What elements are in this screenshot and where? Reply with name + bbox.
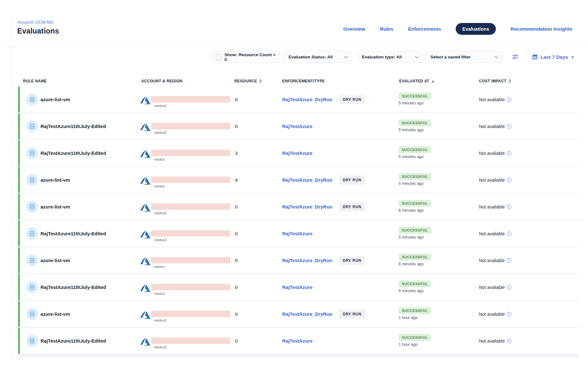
azure-icon — [140, 283, 151, 293]
cost-impact: Not available ⓘ — [479, 151, 511, 156]
dry-run-badge: DRY RUN — [339, 310, 365, 319]
info-icon[interactable]: ⓘ — [507, 178, 511, 182]
info-icon[interactable]: ⓘ — [507, 258, 511, 263]
enforcement-link[interactable]: RajTestAzure — [282, 140, 312, 166]
enforcement-link[interactable]: RajTestAzure_DryRun — [282, 247, 332, 273]
table-row[interactable]: RajTestAzure11thJuly-Edited eastus 3 Raj… — [18, 140, 579, 166]
row-status-accent-bar — [18, 221, 20, 246]
tab-enforcements[interactable]: Enforcements — [408, 26, 441, 32]
rule-name: RajTestAzure11thJuly-Edited — [40, 274, 106, 300]
breadcrumb[interactable]: Account: CCM-NG — [18, 20, 53, 25]
sort-icon[interactable] — [509, 79, 511, 83]
enforcement-link[interactable]: RajTestAzure — [282, 328, 312, 354]
rule-name: RajTestAzure11thJuly-Edited — [40, 113, 106, 139]
region-label: eastus2 — [154, 131, 167, 134]
enforcement-link[interactable]: RajTestAzure — [282, 274, 312, 300]
resource-count: 0 — [235, 247, 238, 273]
azure-icon — [140, 122, 151, 132]
status-badge: SUCCESSFUL — [399, 93, 431, 100]
redacted-account-name — [151, 123, 230, 129]
rule-code-icon — [26, 201, 38, 213]
chevron-down-icon — [495, 56, 498, 58]
sort-icon[interactable] — [259, 79, 262, 83]
enforcement-link[interactable]: RajTestAzure_DryRun — [282, 167, 332, 193]
table-row[interactable]: azure-list-vm eastus2 0 RajTestAzure_Dry… — [18, 301, 579, 327]
region-label: eastus — [154, 292, 165, 295]
saved-filter-select[interactable]: Select a saved filter — [426, 51, 503, 63]
evaluated-time: 5 minutes ago — [399, 235, 424, 239]
rule-code-icon — [26, 228, 38, 239]
redacted-account-name — [151, 337, 230, 344]
info-icon[interactable]: ⓘ — [507, 151, 511, 155]
table-row[interactable]: RajTestAzure11thJuly-Edited eastus2 0 Ra… — [18, 113, 579, 139]
cost-impact: Not available ⓘ — [479, 338, 511, 344]
info-icon[interactable]: ⓘ — [507, 285, 511, 290]
content-left-border — [11, 13, 11, 361]
resource-count-checkbox[interactable] — [216, 54, 222, 60]
cost-impact-text: Not available — [479, 204, 505, 209]
date-range-picker[interactable]: Last 7 Days ▾ — [532, 51, 573, 63]
status-badge: SUCCESSFUL — [399, 227, 431, 234]
chevron-down-icon — [344, 56, 348, 58]
page-title: Evaluations — [17, 27, 59, 35]
rule-name: azure-list-vm — [40, 87, 70, 112]
sort-asc-icon[interactable] — [431, 80, 434, 82]
col-header-cost-impact[interactable]: COST IMPACT — [479, 79, 511, 83]
status-badge: SUCCESSFUL — [399, 119, 431, 126]
info-icon[interactable]: ⓘ — [507, 97, 511, 102]
evaluated-time: 6 minutes ago — [399, 289, 424, 293]
azure-icon — [140, 95, 151, 105]
tab-overview[interactable]: Overview — [343, 26, 365, 32]
azure-icon — [140, 149, 151, 159]
azure-icon — [140, 229, 151, 239]
enforcement-link[interactable]: RajTestAzure_DryRun — [282, 194, 332, 220]
filter-panel-button[interactable] — [510, 52, 520, 62]
table-row[interactable]: azure-list-vm eastus 0 RajTestAzure_DryR… — [18, 247, 579, 273]
resource-count: 0 — [235, 221, 238, 246]
info-icon[interactable]: ⓘ — [507, 124, 511, 129]
tab-evaluations-active[interactable]: Evaluations — [456, 23, 496, 35]
col-header-evaluated-at[interactable]: EVALUATED AT — [399, 79, 434, 83]
enforcement-link[interactable]: RajTestAzure — [282, 221, 312, 246]
table-row[interactable]: azure-list-vm eastus2 0 RajTestAzure_Dry… — [18, 87, 579, 112]
cost-impact: Not available ⓘ — [479, 231, 511, 236]
rule-name: RajTestAzure11thJuly-Edited — [40, 328, 106, 354]
info-icon[interactable]: ⓘ — [507, 204, 511, 209]
resource-count: 0 — [235, 194, 238, 220]
enforcement-link[interactable]: RajTestAzure — [282, 113, 312, 139]
resource-count: 0 — [235, 87, 238, 112]
enforcement-link[interactable]: RajTestAzure_DryRun — [282, 301, 332, 327]
info-icon[interactable]: ⓘ — [507, 338, 511, 343]
table-row[interactable]: azure-list-vm eastus 4 RajTestAzure_DryR… — [18, 167, 579, 193]
info-icon[interactable]: ⓘ — [507, 231, 511, 236]
row-status-accent-bar — [18, 301, 20, 327]
table-row[interactable]: RajTestAzure11thJuly-Edited eastus 0 Raj… — [18, 274, 579, 300]
row-status-accent-bar — [18, 113, 20, 139]
col-header-resource[interactable]: RESOURCE — [234, 79, 262, 83]
resource-count-label: Show: Resource Count > 0 — [224, 52, 276, 62]
tab-recommendation-insights[interactable]: Recommendation Insights — [511, 26, 572, 32]
row-status-accent-bar — [18, 274, 20, 300]
redacted-account-name — [151, 230, 230, 237]
table-row[interactable]: azure-list-vm eastus2 0 RajTestAzure_Dry… — [18, 194, 579, 220]
table-row[interactable]: RajTestAzure11thJuly-Edited eastus2 0 Ra… — [18, 221, 579, 246]
evaluation-status-select[interactable]: Evaluation Status: All — [284, 51, 352, 63]
rule-code-icon — [26, 147, 38, 159]
cost-impact: Not available ⓘ — [479, 178, 511, 183]
table-body: azure-list-vm eastus2 0 RajTestAzure_Dry… — [18, 87, 579, 358]
rule-code-icon — [26, 254, 38, 266]
rule-code-icon — [26, 335, 38, 347]
tab-rules[interactable]: Rules — [380, 26, 393, 32]
row-status-accent-bar — [18, 247, 20, 273]
info-icon[interactable]: ⓘ — [507, 312, 511, 316]
status-badge: SUCCESSFUL — [399, 307, 431, 314]
col-header-rule-name: RULE NAME — [23, 79, 47, 83]
cost-impact-text: Not available — [479, 178, 505, 183]
table-row[interactable]: RajTestAzure11thJuly-Edited eastus2 0 Ra… — [18, 328, 579, 354]
resource-count-filter[interactable]: Show: Resource Count > 0 — [212, 51, 280, 63]
cost-impact-text: Not available — [479, 285, 505, 290]
cost-impact: Not available ⓘ — [479, 97, 511, 102]
top-nav: Overview Rules Enforcements Evaluations … — [343, 23, 572, 35]
enforcement-link[interactable]: RajTestAzure_DryRun — [282, 87, 332, 112]
evaluation-type-select[interactable]: Evaluation type: All — [357, 51, 423, 63]
